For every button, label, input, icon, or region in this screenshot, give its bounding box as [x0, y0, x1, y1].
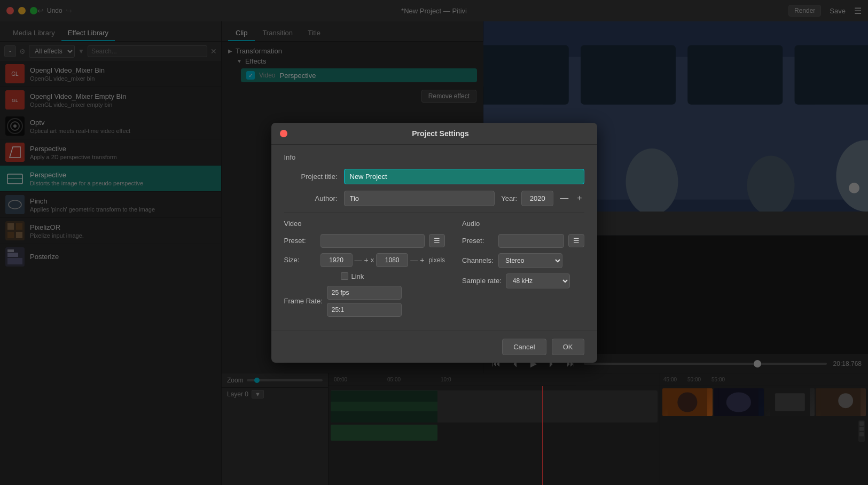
- modal-body: Info Project title: Author: Year: 2020 —…: [271, 145, 597, 331]
- size-label: Size:: [284, 256, 316, 264]
- divider: [284, 213, 584, 213]
- cancel-button[interactable]: Cancel: [502, 339, 546, 355]
- framerate-row: Frame Rate: 25 fps: [284, 286, 445, 317]
- audio-section-title: Audio: [462, 220, 584, 228]
- samplerate-label: Sample rate:: [462, 277, 502, 285]
- video-preset-select[interactable]: [320, 234, 425, 248]
- av-columns: Video Preset: ☰ Size: — +: [284, 220, 584, 322]
- modal-titlebar: Project Settings: [271, 123, 597, 145]
- modal-title: Project Settings: [293, 129, 589, 138]
- project-title-label: Project title:: [284, 173, 338, 181]
- size-unit: pixels: [428, 256, 445, 264]
- video-preset-menu-button[interactable]: ☰: [429, 234, 445, 247]
- year-minus-button[interactable]: —: [558, 192, 570, 204]
- height-plus-button[interactable]: +: [420, 256, 424, 264]
- author-input[interactable]: [344, 191, 495, 206]
- width-plus-button[interactable]: +: [364, 256, 369, 264]
- height-input[interactable]: [376, 253, 408, 267]
- audio-preset-select[interactable]: [498, 234, 564, 248]
- author-label: Author:: [284, 194, 338, 202]
- project-title-row: Project title:: [284, 169, 584, 184]
- year-label: Year:: [501, 194, 517, 202]
- height-minus-button[interactable]: —: [410, 256, 418, 264]
- size-controls: — + x — + pixels: [320, 253, 445, 267]
- channels-row: Channels: Stereo: [462, 253, 584, 268]
- samplerate-select[interactable]: 48 kHz: [506, 273, 570, 288]
- author-row: Author: Year: 2020 — +: [284, 191, 584, 206]
- video-preset-label: Preset:: [284, 237, 316, 245]
- audio-preset-row: Preset: ☰: [462, 234, 584, 248]
- modal-close-button[interactable]: [280, 130, 287, 137]
- framerate-select[interactable]: 25 fps: [327, 286, 402, 300]
- channels-select[interactable]: Stereo: [498, 253, 562, 268]
- project-settings-modal: Project Settings Info Project title: Aut…: [271, 123, 597, 363]
- channels-label: Channels:: [462, 256, 494, 264]
- size-row: Size: — + x — + pixels: [284, 253, 445, 267]
- size-separator: x: [371, 256, 374, 264]
- width-minus-button[interactable]: —: [355, 256, 362, 264]
- video-column: Video Preset: ☰ Size: — +: [284, 220, 445, 322]
- ok-button[interactable]: OK: [552, 339, 584, 355]
- year-value: 2020: [521, 191, 553, 206]
- video-preset-row: Preset: ☰: [284, 234, 445, 248]
- audio-preset-label: Preset:: [462, 237, 494, 245]
- audio-preset-menu-button[interactable]: ☰: [568, 234, 584, 247]
- link-label: Link: [351, 272, 364, 280]
- framerate-label: Frame Rate:: [284, 297, 323, 305]
- modal-footer: Cancel OK: [271, 331, 597, 363]
- ratio-input[interactable]: [327, 303, 402, 317]
- samplerate-row: Sample rate: 48 kHz: [462, 273, 584, 288]
- year-plus-button[interactable]: +: [575, 192, 584, 204]
- width-input[interactable]: [320, 253, 353, 267]
- project-title-input[interactable]: [344, 169, 584, 184]
- modal-overlay: Project Settings Info Project title: Aut…: [0, 0, 868, 485]
- video-section-title: Video: [284, 220, 445, 228]
- audio-column: Audio Preset: ☰ Channels: Stereo: [462, 220, 584, 322]
- link-row: Link: [284, 272, 445, 280]
- year-row: Year: 2020 — +: [501, 191, 584, 206]
- link-checkbox-input[interactable]: [341, 272, 348, 280]
- info-section-title: Info: [284, 153, 584, 161]
